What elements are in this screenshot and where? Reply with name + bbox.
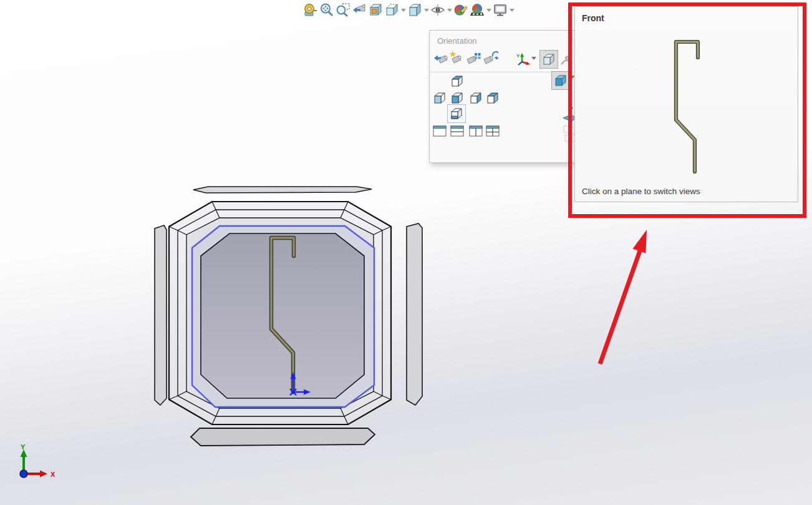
viewport-single-view-button[interactable]	[433, 125, 447, 137]
new-view-button[interactable]	[448, 50, 463, 67]
reset-views-camera-icon	[482, 51, 498, 67]
triad-views-button[interactable]: Y	[516, 52, 531, 67]
chevron-down-icon	[531, 57, 536, 60]
y-axis-label: Y	[21, 444, 26, 451]
top-blade-part[interactable]	[193, 187, 372, 193]
right-view-cube-icon	[469, 91, 483, 105]
view-button-back[interactable]	[486, 91, 500, 105]
triad-y-label: Y	[516, 53, 520, 59]
reset-standard-views-button[interactable]	[482, 51, 498, 67]
previous-view-button[interactable]	[433, 51, 448, 67]
left-blade-part[interactable]	[155, 225, 167, 405]
two-viewport-vertical-icon	[469, 125, 483, 137]
view-selector-cube-icon	[542, 52, 556, 66]
single-viewport-icon	[433, 125, 447, 137]
x-axis-label: X	[51, 471, 56, 478]
view-button-right[interactable]	[469, 91, 483, 105]
pin-icon[interactable]	[559, 54, 572, 66]
preview-hint-text: Click on a plane to switch views	[582, 187, 700, 196]
view-button-front[interactable]	[450, 91, 464, 105]
isometric-cube-icon	[554, 74, 568, 87]
right-blade-part[interactable]	[407, 223, 422, 405]
update-views-camera-icon	[465, 51, 481, 67]
bottom-view-cube-icon	[450, 107, 463, 120]
bottom-plate-part[interactable]	[191, 428, 375, 446]
orientation-dialog: Orientation ×	[429, 30, 580, 163]
viewport-two-view-horizontal-button[interactable]	[450, 125, 464, 137]
back-view-cube-icon	[486, 91, 500, 105]
exploded-frame-model[interactable]	[155, 187, 422, 446]
plane-preview-panel[interactable]: Front Click on a plane to switch views	[574, 6, 798, 202]
view-button-top[interactable]	[450, 74, 464, 88]
two-viewport-horizontal-icon	[450, 125, 464, 137]
view-selector-button[interactable]	[539, 50, 558, 69]
left-view-cube-icon	[433, 91, 447, 105]
previous-view-camera-icon	[433, 51, 448, 67]
z-axis-dot	[20, 470, 27, 478]
inner-panel[interactable]	[201, 233, 364, 398]
top-view-cube-icon	[450, 74, 464, 88]
triad-views-icon: Y	[516, 52, 531, 67]
view-button-bottom[interactable]	[447, 104, 466, 123]
viewport-axis-triad: Y X	[6, 444, 65, 498]
viewport-four-view-button[interactable]	[486, 125, 500, 137]
triad-views-dropdown[interactable]	[531, 57, 536, 60]
pushpin-icon	[559, 54, 572, 66]
front-view-cube-icon	[450, 91, 464, 105]
four-viewport-icon	[486, 125, 500, 137]
orientation-dialog-title: Orientation	[437, 36, 477, 46]
front-view-wire-preview[interactable]	[575, 7, 796, 200]
viewport-two-view-vertical-button[interactable]	[469, 125, 483, 137]
update-standard-views-button[interactable]	[465, 51, 481, 67]
new-view-camera-icon	[448, 50, 463, 67]
current-view-isometric-button[interactable]	[551, 71, 570, 90]
view-button-left[interactable]	[433, 91, 447, 105]
